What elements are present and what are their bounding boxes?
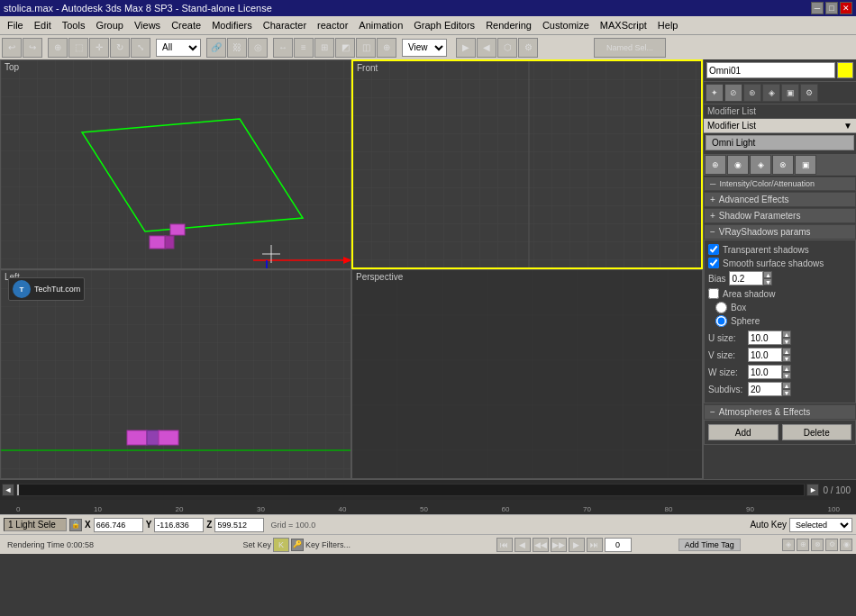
link-button[interactable]: 🔗 xyxy=(206,38,226,58)
menu-rendering[interactable]: Rendering xyxy=(480,19,537,32)
subtab-1[interactable]: ⊕ xyxy=(705,155,726,175)
subtab-4[interactable]: ⊗ xyxy=(772,155,794,175)
viewport-perspective[interactable]: Perspective xyxy=(351,269,703,479)
viewport-front[interactable]: Front xyxy=(351,59,703,269)
timeline-next-button[interactable]: ► xyxy=(806,484,819,496)
close-button[interactable]: ✕ xyxy=(840,2,852,14)
maximize-button[interactable]: □ xyxy=(825,2,838,14)
lock-icon[interactable]: 🔒 xyxy=(69,519,82,531)
w-size-input[interactable] xyxy=(748,365,782,379)
render-settings-button[interactable]: ⚙ xyxy=(518,38,538,58)
object-name-input[interactable] xyxy=(706,62,835,78)
subdivs-down[interactable]: ▼ xyxy=(782,389,791,396)
go-start-button[interactable]: ⏮ xyxy=(496,538,513,552)
menu-modifiers[interactable]: Modifiers xyxy=(206,19,258,32)
v-size-input[interactable] xyxy=(748,348,782,362)
advanced-effects-header[interactable]: + Advanced Effects xyxy=(704,192,856,207)
play-back-button[interactable]: ◀◀ xyxy=(533,538,549,552)
u-size-input[interactable] xyxy=(748,331,782,345)
menu-edit[interactable]: Edit xyxy=(29,19,57,32)
subdivs-up[interactable]: ▲ xyxy=(782,382,791,389)
selection-filter-dropdown[interactable]: All xyxy=(156,39,201,57)
omni-light-item[interactable]: Omni Light xyxy=(706,135,854,150)
transparent-shadows-checkbox[interactable] xyxy=(708,244,719,255)
rp-tab-display[interactable]: ▣ xyxy=(781,84,799,102)
v-size-up[interactable]: ▲ xyxy=(782,348,791,355)
mini-btn5[interactable]: ◉ xyxy=(840,539,852,551)
smooth-surface-checkbox[interactable] xyxy=(708,258,719,268)
rp-tab-hierarchy[interactable]: ⊛ xyxy=(743,84,761,102)
view-dropdown[interactable]: View xyxy=(402,39,447,57)
bias-input[interactable] xyxy=(729,271,763,285)
menu-views[interactable]: Views xyxy=(129,19,166,32)
subtab-2[interactable]: ◉ xyxy=(727,155,749,175)
set-key-button[interactable]: K xyxy=(273,538,289,552)
current-frame-input[interactable] xyxy=(605,538,632,552)
viewport-left[interactable]: Left T TechTut.com xyxy=(0,269,351,479)
mini-btn2[interactable]: ⊕ xyxy=(797,539,809,551)
mirror-button[interactable]: ↔ xyxy=(273,38,293,58)
rp-tab-modify[interactable]: ⊘ xyxy=(724,84,742,102)
render-last-button[interactable]: ◀ xyxy=(477,38,496,58)
menu-file[interactable]: File xyxy=(2,19,29,32)
material-editor-button[interactable]: ⬡ xyxy=(497,38,517,58)
menu-customize[interactable]: Customize xyxy=(537,19,595,32)
area-shadow-checkbox[interactable] xyxy=(708,288,719,299)
mini-btn1[interactable]: ◈ xyxy=(782,539,795,551)
w-size-up[interactable]: ▲ xyxy=(782,365,791,372)
object-color-swatch[interactable] xyxy=(837,62,853,78)
bind-space-button[interactable]: ◎ xyxy=(248,38,268,58)
add-time-tag-button[interactable]: Add Time Tag xyxy=(678,539,741,551)
go-end-button[interactable]: ⏭ xyxy=(587,538,603,552)
mini-btn4[interactable]: ⚙ xyxy=(825,539,838,551)
rp-tab-utils[interactable]: ⚙ xyxy=(800,84,818,102)
timeline-track[interactable] xyxy=(16,484,805,496)
select-region-button[interactable]: ⬚ xyxy=(68,38,88,58)
w-size-down[interactable]: ▼ xyxy=(782,372,791,379)
rp-tab-create[interactable]: ✦ xyxy=(706,84,724,102)
subtab-5[interactable]: ▣ xyxy=(795,155,816,175)
scale-button[interactable]: ⤡ xyxy=(131,38,150,58)
redo-button[interactable]: ↪ xyxy=(23,38,42,58)
z-coord-input[interactable] xyxy=(214,518,264,532)
sphere-radio[interactable] xyxy=(715,315,727,327)
box-radio[interactable] xyxy=(715,302,727,313)
x-coord-input[interactable] xyxy=(94,518,143,532)
play-forward-button[interactable]: ▶▶ xyxy=(551,538,567,552)
mini-btn3[interactable]: ⊗ xyxy=(811,539,824,551)
prev-frame-button[interactable]: ◀ xyxy=(515,538,531,552)
bias-up-arrow[interactable]: ▲ xyxy=(763,271,772,278)
snap-button[interactable]: ◩ xyxy=(335,38,355,58)
atmospheres-header[interactable]: − Atmospheres & Effects xyxy=(704,404,856,420)
rp-tab-motion[interactable]: ◈ xyxy=(762,84,780,102)
intensity-section-header[interactable]: ─ Intensity/Color/Attenuation xyxy=(704,177,856,191)
menu-tools[interactable]: Tools xyxy=(57,19,91,32)
minimize-button[interactable]: ─ xyxy=(811,2,824,14)
timeline-prev-button[interactable]: ◄ xyxy=(2,484,14,496)
add-atmosphere-button[interactable]: Add xyxy=(708,424,779,440)
menu-create[interactable]: Create xyxy=(166,19,206,32)
u-size-up[interactable]: ▲ xyxy=(782,331,791,338)
delete-atmosphere-button[interactable]: Delete xyxy=(782,424,852,440)
unlink-button[interactable]: ⛓ xyxy=(227,38,247,58)
u-size-down[interactable]: ▼ xyxy=(782,338,791,345)
selected-dropdown[interactable]: Selected xyxy=(789,518,852,532)
bias-down-arrow[interactable]: ▼ xyxy=(763,278,772,285)
menu-help[interactable]: Help xyxy=(652,19,684,32)
rotate-button[interactable]: ↻ xyxy=(110,38,130,58)
undo-button[interactable]: ↩ xyxy=(2,38,22,58)
vrayshadows-header[interactable]: − VRayShadows params xyxy=(704,224,856,240)
shadow-params-header[interactable]: + Shadow Parameters xyxy=(704,208,856,223)
menu-animation[interactable]: Animation xyxy=(353,19,408,32)
v-size-down[interactable]: ▼ xyxy=(782,355,791,362)
snap2-button[interactable]: ◫ xyxy=(356,38,376,58)
named-sel-button[interactable]: Named Sel... xyxy=(594,38,666,58)
menu-group[interactable]: Group xyxy=(90,19,129,32)
move-button[interactable]: ✛ xyxy=(89,38,109,58)
key-icon[interactable]: 🔑 xyxy=(291,539,304,551)
menu-character[interactable]: Character xyxy=(258,19,312,32)
y-coord-input[interactable] xyxy=(154,518,204,532)
subtab-3[interactable]: ◈ xyxy=(750,155,771,175)
menu-maxscript[interactable]: MAXScript xyxy=(595,19,652,32)
menu-graph-editors[interactable]: Graph Editors xyxy=(408,19,480,32)
